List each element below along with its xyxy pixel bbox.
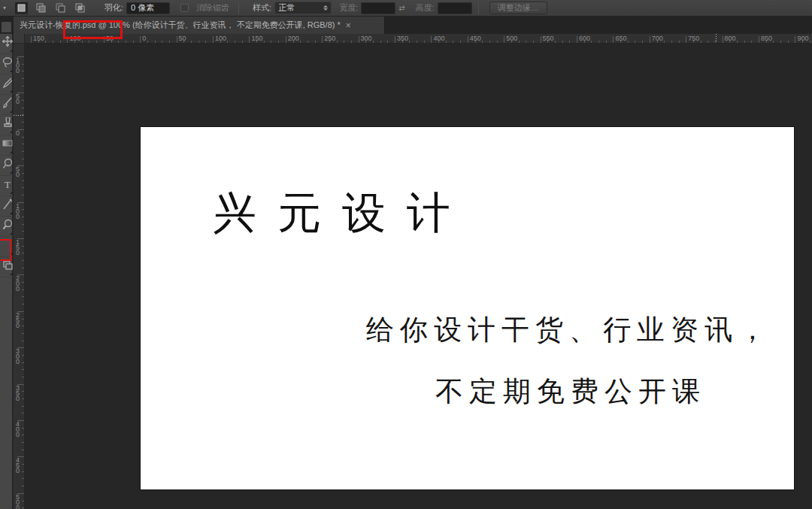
ruler-tick bbox=[22, 428, 24, 429]
dodge-tool[interactable] bbox=[0, 156, 13, 176]
type-tool[interactable]: T bbox=[0, 176, 13, 196]
psd-document[interactable]: 兴元设计 给你设计干货、行业资讯， 不定期免费公开课 bbox=[141, 127, 794, 489]
vertical-ruler[interactable]: 1 0 05 005 01 0 01 5 02 0 02 5 03 0 03 5… bbox=[14, 44, 25, 509]
move-tool[interactable] bbox=[0, 34, 13, 54]
ruler-label: 50 bbox=[106, 35, 114, 42]
ruler-tick bbox=[22, 464, 24, 465]
ruler-major-tick bbox=[249, 36, 250, 43]
ruler-tick bbox=[22, 71, 24, 71]
ruler-tick bbox=[118, 41, 119, 43]
ruler-tick bbox=[671, 41, 672, 43]
tool-preset-caret-icon[interactable]: ▾ bbox=[0, 5, 9, 11]
ruler-tick bbox=[126, 41, 126, 43]
ruler-label: 800 bbox=[725, 35, 736, 42]
gradient-tool[interactable] bbox=[0, 135, 13, 156]
ruler-tick bbox=[497, 41, 498, 43]
canvas-workspace[interactable]: 兴元设计 给你设计干货、行业资讯， 不定期免费公开课 bbox=[25, 44, 812, 509]
pen-tool[interactable] bbox=[0, 196, 13, 217]
ruler-tick bbox=[22, 224, 24, 225]
zoom-tool[interactable] bbox=[0, 217, 13, 237]
subtract-from-selection-button[interactable] bbox=[54, 2, 67, 14]
ruler-major-tick bbox=[431, 36, 432, 43]
ruler-label: 150 bbox=[251, 35, 262, 42]
ruler-major-tick bbox=[31, 36, 32, 43]
tools-panel-header[interactable] bbox=[2, 22, 11, 32]
new-selection-icon bbox=[17, 4, 26, 12]
ruler-label: 3 5 0 bbox=[16, 386, 20, 401]
ruler-major-tick bbox=[468, 36, 468, 43]
ruler-tick bbox=[788, 41, 789, 43]
ruler-tick bbox=[22, 341, 24, 341]
add-to-selection-button[interactable] bbox=[35, 2, 47, 14]
intersect-selection-button[interactable] bbox=[74, 2, 86, 14]
feather-input[interactable] bbox=[126, 2, 170, 14]
height-input[interactable] bbox=[438, 2, 472, 14]
flyout-triangle-icon bbox=[10, 273, 12, 275]
ruler-tick bbox=[22, 253, 24, 253]
ruler-tick bbox=[22, 159, 24, 159]
ruler-label: 5 0 bbox=[16, 94, 20, 105]
ruler-major-tick bbox=[504, 36, 504, 43]
flyout-triangle-icon bbox=[10, 212, 12, 214]
feather-label: 羽化: bbox=[105, 2, 123, 14]
ruler-tick bbox=[460, 41, 461, 43]
ruler-tick bbox=[519, 41, 520, 43]
ruler-tick bbox=[155, 41, 156, 43]
tab-close-icon[interactable]: × bbox=[346, 20, 351, 31]
ruler-label: 700 bbox=[652, 35, 663, 42]
ruler-label: 3 0 0 bbox=[16, 349, 20, 365]
ruler-major-tick bbox=[286, 36, 286, 43]
ruler-tick bbox=[526, 41, 526, 43]
ruler-tick bbox=[22, 319, 24, 320]
ruler-tick bbox=[628, 41, 629, 43]
new-selection-button[interactable] bbox=[15, 2, 28, 14]
options-separator-2 bbox=[478, 2, 479, 14]
ruler-label: 2 0 0 bbox=[16, 276, 20, 292]
ruler-tick bbox=[387, 41, 388, 43]
ruler-tick bbox=[737, 41, 738, 43]
screen-mode-tool-icon bbox=[2, 259, 13, 271]
ruler-tick bbox=[22, 217, 24, 217]
document-tab-title: 兴元设计-恢复的.psd @ 100% (给你设计干货、行业资讯， 不定期免费公… bbox=[20, 20, 341, 31]
ruler-tick bbox=[751, 41, 752, 43]
ruler-tick bbox=[337, 41, 338, 43]
brush-tool[interactable] bbox=[0, 95, 13, 115]
refine-edge-button[interactable]: 调整边缘… bbox=[489, 2, 547, 14]
ruler-label: 4 0 0 bbox=[16, 422, 20, 438]
antialias-checkbox[interactable] bbox=[180, 4, 189, 12]
lasso-tool[interactable] bbox=[0, 54, 13, 74]
ruler-tick bbox=[22, 209, 24, 210]
ruler-label: 4 5 0 bbox=[16, 458, 20, 474]
ruler-tick bbox=[22, 173, 24, 174]
intersect-selection-icon bbox=[75, 3, 85, 13]
ruler-tick bbox=[198, 41, 199, 43]
ruler-tick bbox=[591, 41, 592, 43]
width-input[interactable] bbox=[361, 2, 395, 14]
eyedropper-tool[interactable] bbox=[0, 74, 13, 95]
ruler-tick bbox=[642, 41, 643, 43]
ruler-major-tick bbox=[723, 36, 723, 43]
clone-stamp-tool[interactable] bbox=[0, 115, 13, 135]
screen-mode-tool[interactable] bbox=[0, 257, 13, 277]
ruler-label: 100 bbox=[215, 35, 226, 42]
link-dimensions-icon[interactable]: ⇄ bbox=[398, 4, 404, 12]
ruler-tick bbox=[242, 41, 243, 43]
ruler-tick bbox=[53, 41, 53, 43]
hand-tool[interactable] bbox=[0, 237, 13, 257]
ruler-major-tick bbox=[395, 36, 395, 43]
ruler-tick bbox=[22, 180, 24, 181]
document-tab[interactable]: 兴元设计-恢复的.psd @ 100% (给你设计干货、行业资讯， 不定期免费公… bbox=[14, 17, 385, 34]
ruler-tick bbox=[22, 501, 24, 501]
lasso-tool-icon bbox=[2, 56, 13, 68]
antialias-label: 消除锯齿 bbox=[196, 2, 229, 14]
horizontal-ruler[interactable]: 1501005005010015020025030035040045050055… bbox=[25, 34, 812, 44]
style-dropdown[interactable]: 正常 bbox=[274, 2, 332, 14]
ruler-tick bbox=[533, 41, 534, 43]
gradient-tool-icon bbox=[2, 138, 13, 150]
ruler-tick bbox=[715, 41, 716, 43]
ruler-major-tick bbox=[759, 36, 759, 43]
hand-tool-icon bbox=[2, 239, 13, 251]
ruler-tick bbox=[22, 296, 24, 297]
document-subtitle-line1: 给你设计干货、行业资讯， bbox=[366, 311, 772, 349]
flyout-triangle-icon bbox=[10, 111, 12, 113]
